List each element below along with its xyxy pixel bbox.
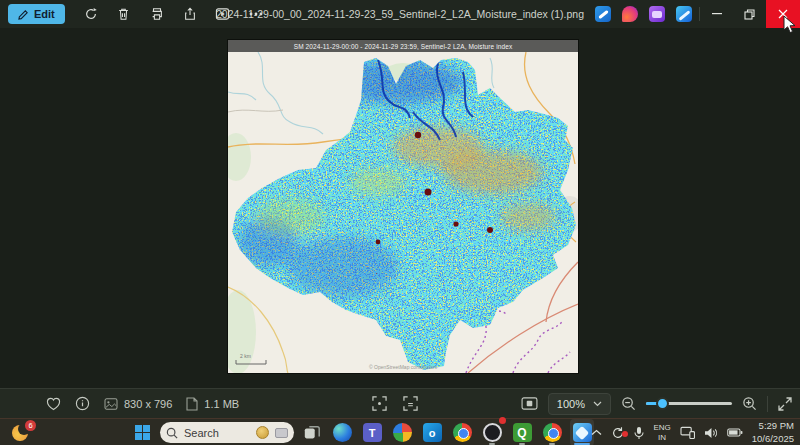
system-tray: ENG IN 5:29 PM 10/6/2025: [591, 419, 794, 445]
task-view-button[interactable]: [300, 419, 324, 445]
gallery-icon[interactable]: [649, 6, 665, 22]
network-display-icon[interactable]: [680, 426, 695, 439]
battery-icon[interactable]: [727, 428, 743, 437]
edit-button-label: Edit: [34, 8, 55, 20]
language-line2: IN: [653, 433, 670, 442]
delete-icon[interactable]: [112, 3, 136, 25]
share-icon[interactable]: [178, 3, 202, 25]
photos-app-window: Edit 2024-11-29-00_00_2024-11-29-23_59_S…: [0, 0, 800, 445]
actual-size-button[interactable]: [403, 396, 418, 411]
moisture-map: 2 km © OpenStreetMap contributors: [228, 52, 578, 373]
minimize-button[interactable]: [700, 0, 733, 28]
sync-tray-icon[interactable]: [611, 426, 625, 440]
titlebar: Edit 2024-11-29-00_00_2024-11-29-23_59_S…: [0, 0, 800, 28]
dimensions-value: 830 x 796: [124, 398, 172, 410]
notification-badge: 6: [25, 420, 36, 431]
language-line1: ENG: [653, 423, 670, 432]
viewer-canvas[interactable]: SM 2024-11-29-00:00 - 2024-11-29 23:59, …: [0, 28, 800, 388]
zoom-slider[interactable]: [646, 402, 732, 405]
fullscreen-button[interactable]: [778, 397, 792, 411]
photos-app-icon[interactable]: [570, 419, 594, 445]
taskbar-center: Search T o Q: [130, 419, 594, 445]
outlook-icon[interactable]: o: [420, 419, 444, 445]
tray-time: 5:29 PM: [752, 420, 794, 432]
mouse-cursor: [783, 15, 797, 39]
copilot-icon[interactable]: [622, 6, 638, 22]
edit-button[interactable]: Edit: [8, 4, 65, 24]
image-embedded-title: SM 2024-11-29-00:00 - 2024-11-29 23:59, …: [228, 40, 578, 52]
chevron-down-icon: [593, 401, 602, 407]
rotate-icon[interactable]: [79, 3, 103, 25]
tray-date: 10/6/2025: [752, 433, 794, 445]
image-dimensions-icon: [104, 398, 118, 410]
windows-logo-icon: [135, 425, 150, 440]
clock[interactable]: 5:29 PM 10/6/2025: [752, 420, 794, 445]
microphone-tray-icon[interactable]: [634, 426, 644, 440]
zoom-in-button[interactable]: [742, 396, 757, 411]
scale-label: 2 km: [240, 353, 251, 359]
filmstrip-toggle-button[interactable]: [521, 397, 538, 410]
recording-dot: [499, 417, 506, 424]
pinwheel-app-icon[interactable]: [390, 419, 414, 445]
favorite-button[interactable]: [46, 397, 61, 411]
viewed-image[interactable]: SM 2024-11-29-00:00 - 2024-11-29 23:59, …: [228, 40, 578, 373]
pencil-icon: [18, 9, 29, 20]
volume-icon[interactable]: [704, 427, 718, 439]
map-attribution: © OpenStreetMap contributors: [369, 364, 437, 370]
file-size-icon: [186, 397, 198, 411]
search-placeholder: Search: [184, 427, 219, 439]
chrome-icon[interactable]: [450, 419, 474, 445]
share-blue-icon[interactable]: [676, 6, 692, 22]
image-dimensions: 830 x 796: [104, 398, 172, 410]
edit-designer-icon[interactable]: [595, 6, 611, 22]
language-indicator[interactable]: ENG IN: [653, 423, 670, 441]
search-highlight-coin-icon: [256, 426, 269, 439]
restore-button[interactable]: [733, 0, 766, 28]
sync-alert-dot: [622, 431, 628, 437]
viewer-statusbar: 830 x 796 1.1 MB 100%: [0, 388, 800, 418]
start-button[interactable]: [130, 421, 154, 445]
print-icon[interactable]: [145, 3, 169, 25]
zoom-level-dropdown[interactable]: 100%: [548, 393, 611, 415]
zoom-level-value: 100%: [557, 398, 585, 410]
qgis-icon[interactable]: Q: [510, 419, 534, 445]
tray-chevron-up-icon[interactable]: [591, 429, 602, 436]
statusbar-divider: [767, 396, 768, 412]
chrome-2-icon[interactable]: [540, 419, 564, 445]
taskbar: 6 Search T o: [0, 418, 800, 445]
zoom-slider-handle[interactable]: [656, 397, 669, 410]
zoom-to-fit-button[interactable]: [372, 396, 387, 411]
filesize-value: 1.1 MB: [204, 398, 239, 410]
file-size: 1.1 MB: [186, 397, 239, 411]
widgets-weather-button[interactable]: 6: [12, 422, 34, 442]
info-button[interactable]: [75, 396, 90, 411]
search-icon: [166, 427, 178, 439]
titlebar-app-shortcuts: [595, 0, 692, 28]
taskbar-search[interactable]: Search: [160, 422, 294, 443]
window-title: 2024-11-29-00_00_2024-11-29-23_59_Sentin…: [216, 0, 584, 28]
zoom-out-button[interactable]: [621, 396, 636, 411]
edge-icon[interactable]: [330, 419, 354, 445]
search-highlight-laptop-icon: [275, 428, 288, 438]
obs-studio-icon[interactable]: [480, 419, 504, 445]
teams-icon[interactable]: T: [360, 419, 384, 445]
